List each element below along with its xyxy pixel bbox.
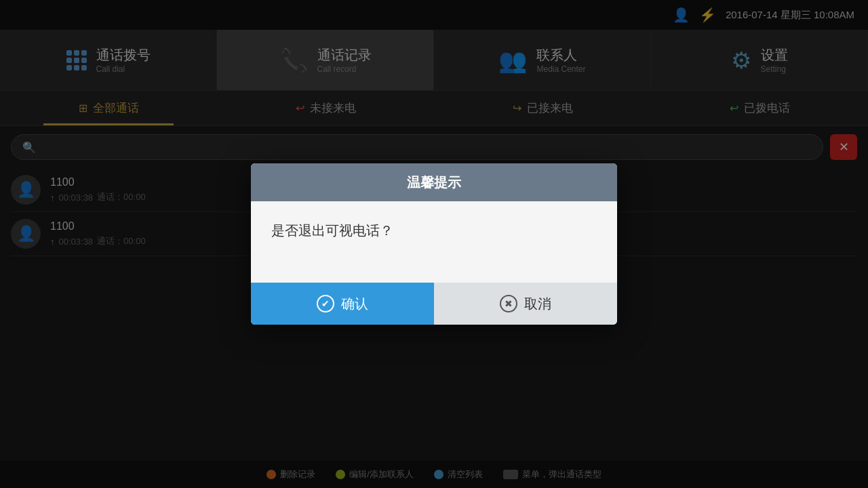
confirm-label: 确认 (341, 295, 368, 313)
modal-overlay: 温馨提示 是否退出可视电话？ ✔ 确认 ✖ 取消 (0, 0, 868, 488)
modal-footer: ✔ 确认 ✖ 取消 (251, 283, 617, 325)
modal-dialog: 温馨提示 是否退出可视电话？ ✔ 确认 ✖ 取消 (251, 163, 617, 325)
modal-header: 温馨提示 (251, 163, 617, 201)
modal-title: 温馨提示 (407, 174, 461, 192)
confirm-icon: ✔ (317, 295, 334, 312)
modal-message: 是否退出可视电话？ (271, 223, 393, 238)
confirm-button[interactable]: ✔ 确认 (251, 283, 434, 325)
cancel-icon: ✖ (500, 295, 517, 312)
cancel-label: 取消 (524, 295, 551, 313)
modal-body: 是否退出可视电话？ (251, 201, 617, 283)
cancel-button[interactable]: ✖ 取消 (434, 283, 617, 325)
